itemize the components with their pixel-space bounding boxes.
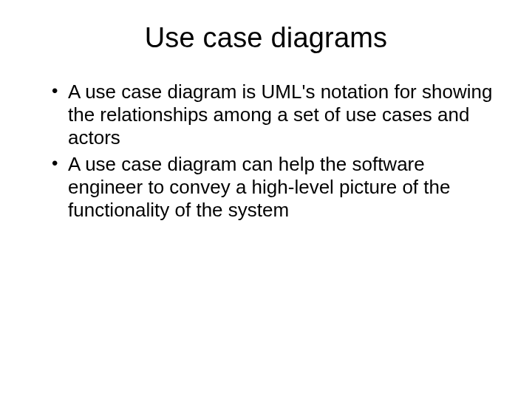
bullet-list: A use case diagram is UML's notation for…: [52, 81, 497, 222]
list-item: A use case diagram is UML's notation for…: [52, 81, 497, 150]
slide: Use case diagrams A use case diagram is …: [0, 0, 532, 399]
slide-title: Use case diagrams: [35, 22, 497, 54]
list-item: A use case diagram can help the software…: [52, 153, 497, 222]
